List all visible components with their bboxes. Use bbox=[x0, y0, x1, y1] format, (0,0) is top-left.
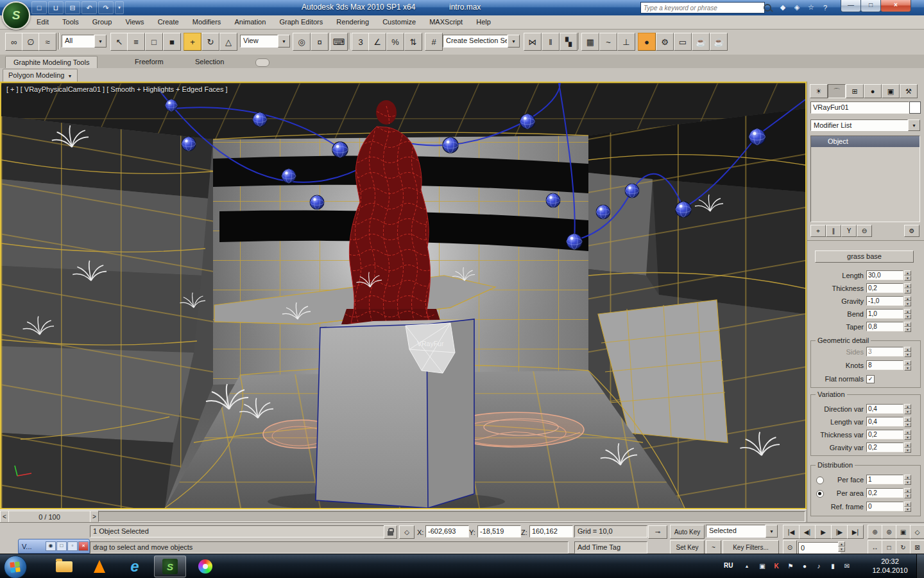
select-by-name-icon[interactable]: ≡ bbox=[127, 33, 145, 51]
show-end-result-icon[interactable]: ∥ bbox=[826, 225, 841, 237]
infocenter-search-input[interactable] bbox=[640, 2, 765, 13]
menu-tools[interactable]: Tools bbox=[56, 15, 85, 28]
auto-key-button[interactable]: Auto Key bbox=[670, 525, 705, 539]
align-icon[interactable]: ‖ bbox=[542, 33, 560, 51]
search-icon[interactable] bbox=[761, 2, 774, 13]
polygon-modeling-panel[interactable]: Polygon Modeling▼ bbox=[3, 69, 78, 82]
chevron-down-icon[interactable]: ▼ bbox=[278, 35, 290, 48]
key-icon[interactable]: ⊸ bbox=[648, 525, 667, 539]
taskbar-3dsmax-button[interactable]: S bbox=[154, 556, 186, 577]
default-in-out-tangent-icon[interactable]: ~ bbox=[706, 540, 721, 554]
z-coordinate-field[interactable]: 160,162 bbox=[529, 525, 573, 538]
selected-keyset-dropdown[interactable]: Selected▼ bbox=[706, 525, 778, 538]
tray-expand-icon[interactable]: ▲ bbox=[742, 561, 752, 571]
add-time-tag-field[interactable]: Add Time Tag bbox=[574, 541, 647, 554]
chevron-down-icon[interactable]: ▼ bbox=[508, 35, 520, 48]
keyboard-override-icon[interactable]: ⌨ bbox=[330, 33, 348, 51]
menu-rendering[interactable]: Rendering bbox=[330, 15, 375, 28]
application-menu-button[interactable]: S bbox=[2, 1, 30, 30]
knots-field[interactable]: 8 bbox=[866, 360, 903, 370]
thickness-var-spinner[interactable] bbox=[904, 430, 911, 440]
menu-customize[interactable]: Customize bbox=[377, 15, 422, 28]
selection-lock-icon[interactable] bbox=[384, 525, 397, 539]
subscription-center-icon[interactable]: ◆ bbox=[776, 2, 789, 13]
per-area-spinner[interactable] bbox=[904, 488, 911, 498]
key-filters-button[interactable]: Key Filters... bbox=[723, 540, 779, 554]
per-face-field[interactable]: 1 bbox=[866, 475, 903, 484]
render-production-icon[interactable]: ☕ bbox=[692, 33, 710, 51]
save-file-button[interactable]: ⊟ bbox=[65, 1, 80, 14]
modify-tab-icon[interactable]: ⌒ bbox=[828, 84, 846, 98]
schematic-view-icon[interactable]: ⊥ bbox=[617, 33, 635, 51]
menu-graph-editors[interactable]: Graph Editors bbox=[273, 15, 329, 28]
selection-region-icon[interactable]: □ bbox=[145, 33, 163, 51]
rendered-frame-window-icon[interactable]: ▭ bbox=[674, 33, 692, 51]
mini-window-button-2[interactable]: □ bbox=[56, 541, 67, 551]
open-file-button[interactable]: ⊔ bbox=[48, 1, 64, 14]
chevron-down-icon[interactable]: ▼ bbox=[94, 35, 107, 48]
select-and-link-icon[interactable]: ∞ bbox=[5, 33, 23, 51]
window-crossing-icon[interactable]: ■ bbox=[163, 33, 181, 51]
communication-center-icon[interactable]: ◈ bbox=[791, 2, 803, 13]
viewport-scene[interactable]: VRayFur bbox=[1, 83, 805, 508]
taskbar-explorer-button[interactable] bbox=[48, 556, 80, 577]
bend-spinner[interactable] bbox=[904, 309, 911, 319]
maximize-button[interactable]: □ bbox=[860, 0, 881, 12]
new-file-button[interactable]: □ bbox=[31, 1, 47, 14]
tab-freeform[interactable]: Freeform bbox=[127, 56, 171, 68]
named-selection-dropdown[interactable]: Create Selection Se▼ bbox=[443, 35, 520, 48]
orbit-icon[interactable]: ↻ bbox=[896, 540, 911, 554]
taskbar-clock[interactable]: 20:32 12.04.2010 bbox=[870, 557, 910, 575]
go-to-end-button[interactable]: ▶| bbox=[847, 525, 864, 539]
configure-modifier-sets-icon[interactable]: ⚙ bbox=[904, 225, 920, 237]
length-var-field[interactable]: 0,4 bbox=[866, 417, 903, 426]
redo-button[interactable]: ↷ bbox=[98, 1, 114, 14]
tray-antivirus-icon[interactable]: K bbox=[771, 561, 782, 571]
viewport-label[interactable]: [ + ] [ VRayPhysicalCamera01 ] [ Smooth … bbox=[6, 85, 228, 93]
taskbar-paint-button[interactable] bbox=[189, 556, 221, 577]
display-tab-icon[interactable]: ▣ bbox=[882, 84, 900, 98]
length-var-spinner[interactable] bbox=[904, 417, 911, 427]
graphite-ribbon-toggle-icon[interactable]: ▦ bbox=[581, 33, 599, 51]
start-button[interactable] bbox=[4, 556, 27, 578]
length-field[interactable]: 30,0 bbox=[866, 270, 903, 280]
menu-help[interactable]: Help bbox=[470, 15, 497, 28]
direction-var-spinner[interactable] bbox=[904, 404, 911, 414]
tray-network-icon[interactable]: ▮ bbox=[828, 561, 838, 571]
ref-frame-field[interactable]: 0 bbox=[866, 502, 903, 511]
time-prev-button[interactable]: < bbox=[0, 511, 9, 523]
zoom-icon[interactable]: ⊕ bbox=[868, 525, 882, 539]
utilities-tab-icon[interactable]: ⚒ bbox=[900, 84, 918, 98]
create-tab-icon[interactable]: ☀ bbox=[810, 84, 828, 98]
taskbar-vlc-button[interactable] bbox=[83, 556, 116, 577]
taper-field[interactable]: 0,8 bbox=[866, 322, 903, 331]
viewport[interactable]: [ + ] [ VRayPhysicalCamera01 ] [ Smooth … bbox=[0, 82, 807, 509]
motion-tab-icon[interactable]: ● bbox=[864, 84, 882, 98]
hierarchy-tab-icon[interactable]: ⊞ bbox=[846, 84, 864, 98]
tray-volume-icon[interactable]: ♪ bbox=[814, 561, 824, 571]
menu-maxscript[interactable]: MAXScript bbox=[424, 15, 468, 28]
mini-window-close-icon[interactable]: × bbox=[78, 541, 89, 551]
show-desktop-button[interactable] bbox=[916, 554, 924, 578]
bind-to-spacewarp-icon[interactable]: ≈ bbox=[38, 33, 56, 51]
tab-selection[interactable]: Selection bbox=[187, 56, 232, 68]
object-name-field[interactable]: VRayFur01 bbox=[810, 101, 909, 114]
quick-access-menu-button[interactable]: ▼ bbox=[115, 1, 124, 14]
current-frame-field[interactable]: 0 bbox=[798, 542, 841, 554]
y-coordinate-field[interactable]: -18,519 bbox=[477, 525, 521, 538]
pan-view-icon[interactable]: ↔ bbox=[868, 540, 882, 554]
modifier-stack[interactable]: Object bbox=[810, 136, 920, 222]
gravity-spinner[interactable] bbox=[904, 296, 911, 306]
taper-spinner[interactable] bbox=[904, 322, 911, 332]
set-key-button[interactable]: Set Key bbox=[670, 540, 705, 554]
help-icon[interactable]: ? bbox=[819, 2, 832, 13]
named-selection-sets-icon[interactable]: # bbox=[425, 33, 443, 51]
next-frame-button[interactable]: |▶ bbox=[831, 525, 848, 539]
object-color-swatch[interactable] bbox=[909, 101, 921, 114]
knots-spinner[interactable] bbox=[904, 360, 911, 371]
menu-edit[interactable]: Edit bbox=[31, 15, 55, 28]
use-pivot-center-icon[interactable]: ◎ bbox=[293, 33, 311, 51]
pin-stack-icon[interactable]: ⌖ bbox=[810, 225, 826, 237]
grass-base-button[interactable]: grass base bbox=[815, 250, 914, 263]
material-editor-icon[interactable]: ● bbox=[638, 33, 656, 51]
